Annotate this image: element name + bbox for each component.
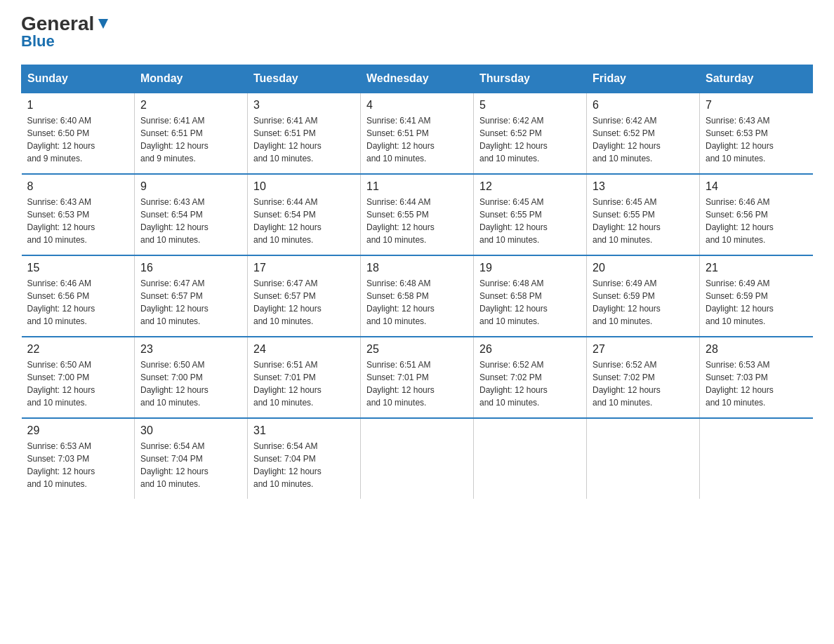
calendar-cell: 2Sunrise: 6:41 AMSunset: 6:51 PMDaylight… bbox=[135, 93, 248, 174]
day-number: 11 bbox=[366, 180, 468, 193]
calendar-cell: 22Sunrise: 6:50 AMSunset: 7:00 PMDayligh… bbox=[22, 337, 135, 418]
page-header: General Blue bbox=[21, 14, 813, 51]
calendar-week-row: 22Sunrise: 6:50 AMSunset: 7:00 PMDayligh… bbox=[22, 337, 813, 418]
day-number: 24 bbox=[253, 343, 355, 356]
day-number: 30 bbox=[140, 424, 241, 437]
calendar-table: SundayMondayTuesdayWednesdayThursdayFrid… bbox=[21, 65, 813, 499]
day-number: 15 bbox=[27, 262, 129, 274]
day-number: 17 bbox=[253, 262, 355, 274]
calendar-cell: 3Sunrise: 6:41 AMSunset: 6:51 PMDaylight… bbox=[248, 93, 361, 174]
calendar-cell: 25Sunrise: 6:51 AMSunset: 7:01 PMDayligh… bbox=[361, 337, 474, 418]
calendar-cell: 31Sunrise: 6:54 AMSunset: 7:04 PMDayligh… bbox=[248, 418, 361, 499]
calendar-cell: 29Sunrise: 6:53 AMSunset: 7:03 PMDayligh… bbox=[22, 418, 135, 499]
calendar-cell bbox=[474, 418, 587, 499]
calendar-cell: 9Sunrise: 6:43 AMSunset: 6:54 PMDaylight… bbox=[135, 174, 248, 255]
calendar-cell: 24Sunrise: 6:51 AMSunset: 7:01 PMDayligh… bbox=[248, 337, 361, 418]
day-info: Sunrise: 6:53 AMSunset: 7:03 PMDaylight:… bbox=[706, 358, 807, 409]
day-info: Sunrise: 6:46 AMSunset: 6:56 PMDaylight:… bbox=[27, 277, 129, 328]
calendar-cell: 4Sunrise: 6:41 AMSunset: 6:51 PMDaylight… bbox=[361, 93, 474, 174]
day-info: Sunrise: 6:51 AMSunset: 7:01 PMDaylight:… bbox=[253, 358, 355, 409]
day-info: Sunrise: 6:48 AMSunset: 6:58 PMDaylight:… bbox=[479, 277, 581, 328]
day-info: Sunrise: 6:43 AMSunset: 6:53 PMDaylight:… bbox=[706, 114, 807, 165]
calendar-cell: 18Sunrise: 6:48 AMSunset: 6:58 PMDayligh… bbox=[361, 255, 474, 337]
header-wednesday: Wednesday bbox=[361, 65, 474, 93]
calendar-cell: 11Sunrise: 6:44 AMSunset: 6:55 PMDayligh… bbox=[361, 174, 474, 255]
day-number: 9 bbox=[140, 180, 241, 193]
calendar-cell: 20Sunrise: 6:49 AMSunset: 6:59 PMDayligh… bbox=[587, 255, 700, 337]
svg-marker-0 bbox=[98, 19, 108, 29]
day-info: Sunrise: 6:54 AMSunset: 7:04 PMDaylight:… bbox=[140, 440, 241, 490]
header-thursday: Thursday bbox=[474, 65, 587, 93]
calendar-cell bbox=[587, 418, 700, 499]
day-info: Sunrise: 6:45 AMSunset: 6:55 PMDaylight:… bbox=[479, 196, 581, 246]
day-number: 16 bbox=[140, 262, 241, 274]
calendar-cell: 28Sunrise: 6:53 AMSunset: 7:03 PMDayligh… bbox=[700, 337, 813, 418]
calendar-cell: 17Sunrise: 6:47 AMSunset: 6:57 PMDayligh… bbox=[248, 255, 361, 337]
logo: General Blue bbox=[21, 14, 111, 51]
calendar-week-row: 29Sunrise: 6:53 AMSunset: 7:03 PMDayligh… bbox=[22, 418, 813, 499]
day-number: 28 bbox=[706, 343, 807, 356]
day-number: 25 bbox=[366, 343, 468, 356]
day-number: 26 bbox=[479, 343, 581, 356]
day-number: 6 bbox=[593, 99, 694, 112]
day-info: Sunrise: 6:41 AMSunset: 6:51 PMDaylight:… bbox=[366, 114, 468, 165]
calendar-cell: 26Sunrise: 6:52 AMSunset: 7:02 PMDayligh… bbox=[474, 337, 587, 418]
logo-arrow-icon bbox=[95, 16, 111, 32]
calendar-cell: 14Sunrise: 6:46 AMSunset: 6:56 PMDayligh… bbox=[700, 174, 813, 255]
calendar-cell: 10Sunrise: 6:44 AMSunset: 6:54 PMDayligh… bbox=[248, 174, 361, 255]
logo-blue: Blue bbox=[21, 32, 55, 51]
day-number: 27 bbox=[593, 343, 694, 356]
day-info: Sunrise: 6:42 AMSunset: 6:52 PMDaylight:… bbox=[479, 114, 581, 165]
day-number: 31 bbox=[253, 424, 355, 437]
header-saturday: Saturday bbox=[700, 65, 813, 93]
day-info: Sunrise: 6:49 AMSunset: 6:59 PMDaylight:… bbox=[706, 277, 807, 328]
day-info: Sunrise: 6:45 AMSunset: 6:55 PMDaylight:… bbox=[593, 196, 694, 246]
day-info: Sunrise: 6:43 AMSunset: 6:53 PMDaylight:… bbox=[27, 196, 129, 246]
calendar-week-row: 8Sunrise: 6:43 AMSunset: 6:53 PMDaylight… bbox=[22, 174, 813, 255]
day-number: 20 bbox=[593, 262, 694, 274]
header-sunday: Sunday bbox=[22, 65, 135, 93]
day-info: Sunrise: 6:52 AMSunset: 7:02 PMDaylight:… bbox=[593, 358, 694, 409]
calendar-week-row: 15Sunrise: 6:46 AMSunset: 6:56 PMDayligh… bbox=[22, 255, 813, 337]
calendar-cell: 1Sunrise: 6:40 AMSunset: 6:50 PMDaylight… bbox=[22, 93, 135, 174]
day-info: Sunrise: 6:46 AMSunset: 6:56 PMDaylight:… bbox=[706, 196, 807, 246]
day-number: 2 bbox=[140, 99, 241, 112]
day-number: 22 bbox=[27, 343, 129, 356]
calendar-cell: 21Sunrise: 6:49 AMSunset: 6:59 PMDayligh… bbox=[700, 255, 813, 337]
day-info: Sunrise: 6:48 AMSunset: 6:58 PMDaylight:… bbox=[366, 277, 468, 328]
day-number: 21 bbox=[706, 262, 807, 274]
day-number: 13 bbox=[593, 180, 694, 193]
day-info: Sunrise: 6:44 AMSunset: 6:54 PMDaylight:… bbox=[253, 196, 355, 246]
day-info: Sunrise: 6:41 AMSunset: 6:51 PMDaylight:… bbox=[140, 114, 241, 165]
header-tuesday: Tuesday bbox=[248, 65, 361, 93]
calendar-cell: 30Sunrise: 6:54 AMSunset: 7:04 PMDayligh… bbox=[135, 418, 248, 499]
day-info: Sunrise: 6:47 AMSunset: 6:57 PMDaylight:… bbox=[140, 277, 241, 328]
calendar-cell: 6Sunrise: 6:42 AMSunset: 6:52 PMDaylight… bbox=[587, 93, 700, 174]
day-info: Sunrise: 6:49 AMSunset: 6:59 PMDaylight:… bbox=[593, 277, 694, 328]
day-number: 4 bbox=[366, 99, 468, 112]
calendar-cell: 23Sunrise: 6:50 AMSunset: 7:00 PMDayligh… bbox=[135, 337, 248, 418]
day-info: Sunrise: 6:51 AMSunset: 7:01 PMDaylight:… bbox=[366, 358, 468, 409]
day-number: 1 bbox=[27, 99, 129, 112]
header-friday: Friday bbox=[587, 65, 700, 93]
header-monday: Monday bbox=[135, 65, 248, 93]
day-number: 5 bbox=[479, 99, 581, 112]
day-info: Sunrise: 6:50 AMSunset: 7:00 PMDaylight:… bbox=[140, 358, 241, 409]
day-number: 19 bbox=[479, 262, 581, 274]
day-info: Sunrise: 6:43 AMSunset: 6:54 PMDaylight:… bbox=[140, 196, 241, 246]
calendar-cell bbox=[361, 418, 474, 499]
day-number: 7 bbox=[706, 99, 807, 112]
day-number: 23 bbox=[140, 343, 241, 356]
calendar-cell: 7Sunrise: 6:43 AMSunset: 6:53 PMDaylight… bbox=[700, 93, 813, 174]
day-number: 29 bbox=[27, 424, 129, 437]
logo-general: General bbox=[21, 14, 94, 34]
day-info: Sunrise: 6:42 AMSunset: 6:52 PMDaylight:… bbox=[593, 114, 694, 165]
calendar-header-row: SundayMondayTuesdayWednesdayThursdayFrid… bbox=[22, 65, 813, 93]
day-number: 18 bbox=[366, 262, 468, 274]
day-info: Sunrise: 6:40 AMSunset: 6:50 PMDaylight:… bbox=[27, 114, 129, 165]
day-info: Sunrise: 6:53 AMSunset: 7:03 PMDaylight:… bbox=[27, 440, 129, 490]
calendar-cell: 19Sunrise: 6:48 AMSunset: 6:58 PMDayligh… bbox=[474, 255, 587, 337]
calendar-cell: 13Sunrise: 6:45 AMSunset: 6:55 PMDayligh… bbox=[587, 174, 700, 255]
day-number: 14 bbox=[706, 180, 807, 193]
day-info: Sunrise: 6:47 AMSunset: 6:57 PMDaylight:… bbox=[253, 277, 355, 328]
